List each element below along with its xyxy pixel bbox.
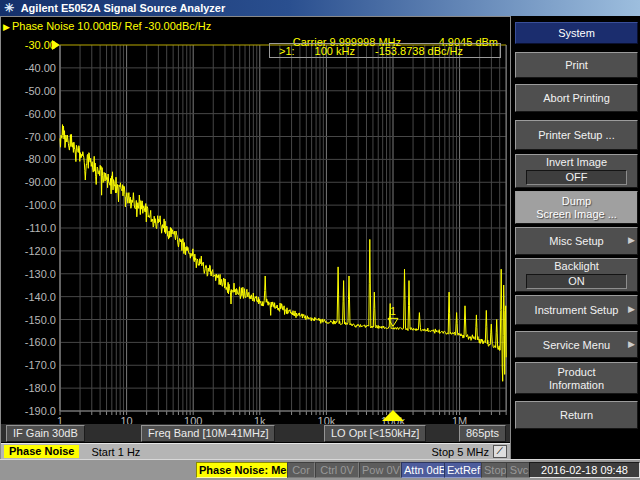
svg-text:-40.00: -40.00 — [25, 62, 56, 74]
softkey-instrument-setup[interactable]: Instrument Setup▶ — [515, 295, 638, 325]
marker-value: -153.8738 dBc/Hz — [375, 44, 463, 57]
status-cor: Cor — [287, 462, 315, 478]
title-bar: ✳ Agilent E5052A Signal Source Analyzer — [0, 0, 640, 16]
svg-text:-180.0: -180.0 — [25, 382, 56, 394]
svg-text:-110.0: -110.0 — [26, 222, 56, 234]
svg-text:-130.0: -130.0 — [25, 268, 56, 280]
instrument-display: -30.00-40.00-50.00-60.00-70.00-80.00-90.… — [0, 16, 511, 459]
status-ctrl: Ctrl 0V — [315, 462, 359, 478]
softkey-label: Print — [516, 59, 637, 71]
submenu-arrow-icon: ▶ — [628, 235, 635, 245]
continuous-sweep-icon: ∕ — [493, 445, 507, 458]
svg-text:-100.0: -100.0 — [25, 199, 56, 211]
window-title: Agilent E5052A Signal Source Analyzer — [21, 2, 226, 14]
softkey-label: Return — [516, 409, 637, 421]
trace-marker-icon: ▶ — [3, 22, 10, 32]
softkey-invert-image[interactable]: Invert ImageOFF — [515, 154, 638, 188]
status-stop: Stop — [481, 462, 509, 478]
softkey-label: Screen Image ... — [516, 208, 637, 220]
menu-title: System — [515, 22, 638, 44]
svg-text:-60.00: -60.00 — [25, 108, 56, 120]
softkey-label: Service Menu — [516, 339, 637, 351]
sweep-start-label: Start 1 Hz — [91, 446, 140, 458]
marker-frequency: 100 kHz — [315, 44, 355, 57]
softkey-service-menu[interactable]: Service Menu▶ — [515, 331, 638, 358]
freq-band-indicator: Freq Band [10M-41MHz] — [141, 425, 275, 442]
softkey-backlight[interactable]: BacklightON — [515, 258, 638, 292]
svg-text:-50.00: -50.00 — [25, 85, 56, 97]
svg-text:-170.0: -170.0 — [25, 359, 56, 371]
softkey-product-information[interactable]: ProductInformation — [515, 362, 638, 394]
svg-text:-80.00: -80.00 — [25, 153, 56, 165]
sweep-stop-group: Stop 5 MHz ∕ — [432, 445, 507, 458]
if-gain-indicator: IF Gain 30dB — [6, 425, 85, 442]
softkey-value: ON — [526, 274, 627, 289]
marker-readout: >1: 100 kHz -153.8738 dBc/Hz — [269, 43, 501, 58]
softkey-label: Abort Printing — [516, 92, 637, 104]
status-extref: ExtRef — [444, 462, 482, 478]
softkey-print[interactable]: Print — [515, 52, 638, 78]
svg-text:-70.00: -70.00 — [25, 131, 56, 143]
channel-status-row: Phase Noise Start 1 Hz Stop 5 MHz ∕ — [1, 443, 510, 459]
status-pow: Pow 0V — [359, 462, 401, 478]
submenu-arrow-icon: ▶ — [628, 339, 635, 349]
status-attn: Attn 0dB — [401, 462, 445, 478]
softkey-menu: SystemPrintAbort PrintingPrinter Setup .… — [513, 16, 640, 457]
svg-text:-190.0: -190.0 — [25, 405, 56, 417]
menu-title-label: System — [516, 27, 637, 39]
svg-text:-140.0: -140.0 — [25, 291, 56, 303]
active-trace-chip: Phase Noise — [4, 445, 79, 458]
trace-header: ▶Phase Noise 10.00dB/ Ref -30.00dBc/Hz — [3, 20, 211, 32]
softkey-label: Printer Setup ... — [516, 129, 637, 141]
softkey-label: Dump — [516, 195, 637, 207]
svg-text:-120.0: -120.0 — [25, 245, 56, 257]
softkey-printer-setup[interactable]: Printer Setup ... — [515, 120, 638, 150]
lo-opt-indicator: LO Opt [<150kHz] — [324, 425, 426, 442]
svg-text:-90.00: -90.00 — [25, 176, 56, 188]
softkey-misc-setup[interactable]: Misc Setup▶ — [515, 227, 638, 255]
softkey-label: Instrument Setup — [516, 304, 637, 316]
softkey-return[interactable]: Return — [515, 401, 638, 429]
svg-text:-30.00: -30.00 — [25, 39, 56, 51]
softkey-label: Backlight — [516, 260, 637, 272]
marker-1-label: 1 — [390, 306, 396, 317]
points-indicator: 865pts — [459, 425, 506, 442]
softkey-value: OFF — [526, 170, 627, 185]
submenu-arrow-icon: ▶ — [628, 304, 635, 314]
softkey-dump-screen-image[interactable]: DumpScreen Image ... — [515, 191, 638, 224]
agilent-spark-icon: ✳ — [0, 0, 18, 16]
measurement-status-row: IF Gain 30dB Freq Band [10M-41MHz] LO Op… — [1, 424, 510, 442]
status-phase-noise-meas: Phase Noise: Meas — [196, 462, 290, 478]
softkey-label: Product — [516, 366, 637, 378]
softkey-label: Invert Image — [516, 156, 637, 168]
trace-header-label: Phase Noise 10.00dB/ Ref -30.00dBc/Hz — [12, 20, 211, 32]
svg-text:-160.0: -160.0 — [25, 336, 56, 348]
sweep-stop-label: Stop 5 MHz — [432, 446, 489, 458]
svg-text:-150.0: -150.0 — [25, 314, 56, 326]
e5052a-screen: { "title_bar": { "title": "Agilent E5052… — [0, 0, 640, 480]
status-clock: 2016-02-18 09:48 — [529, 462, 640, 478]
instrument-status-bar: Phase Noise: MeasCorCtrl 0VPow 0VAttn 0d… — [0, 459, 640, 480]
softkey-label: Information — [516, 379, 637, 391]
softkey-abort-printing[interactable]: Abort Printing — [515, 84, 638, 112]
softkey-label: Misc Setup — [516, 235, 637, 247]
marker-id: >1: — [279, 44, 295, 57]
phase-noise-plot: -30.00-40.00-50.00-60.00-70.00-80.00-90.… — [1, 17, 510, 458]
